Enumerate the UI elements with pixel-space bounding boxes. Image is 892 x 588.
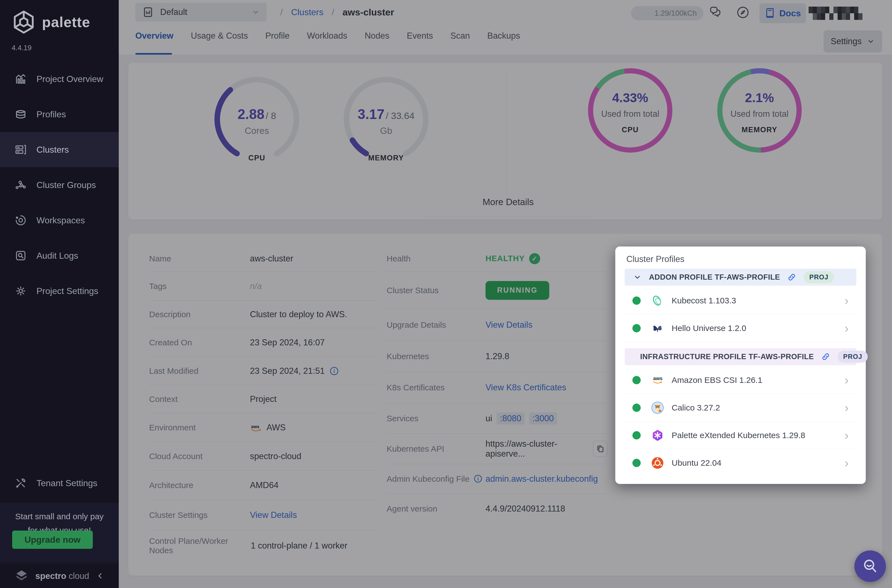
audit-log-icon	[14, 249, 27, 262]
palette-logo-icon	[11, 9, 36, 35]
chevron-right-icon: ›	[844, 294, 848, 307]
collapse-sidebar-icon[interactable]: ‹	[98, 567, 102, 582]
network-icon	[14, 178, 27, 191]
profile-item-palette-extended-kubernetes[interactable]: Palette eXtended Kubernetes 1.29.8 ›	[625, 422, 856, 449]
palette-logo: palette	[11, 9, 90, 35]
aws-logo-icon: aws	[651, 374, 664, 387]
status-dot	[632, 324, 641, 332]
infrastructure-profile-header[interactable]: INFRASTRUCTURE PROFILE TF-AWS-PROFILE PR…	[625, 348, 856, 365]
proj-scope-badge: PROJ	[803, 271, 834, 283]
ubuntu-icon	[651, 457, 664, 469]
sidebar-item-project-overview[interactable]: Project Overview	[0, 61, 119, 97]
app-version: 4.4.19	[12, 44, 32, 52]
sidebar-item-clusters[interactable]: Clusters	[0, 132, 119, 167]
gear-icon	[14, 285, 27, 297]
panel-title: Cluster Profiles	[626, 254, 684, 264]
chevron-right-icon: ›	[844, 457, 848, 469]
sidebar-item-cluster-groups[interactable]: Cluster Groups	[0, 167, 119, 202]
upgrade-promo: Start small and only pay for what you us…	[0, 503, 119, 562]
sidebar-item-workspaces[interactable]: Workspaces	[0, 202, 119, 238]
layers-icon	[14, 108, 27, 121]
clusters-icon	[14, 143, 27, 156]
chevron-right-icon: ›	[844, 402, 848, 414]
app-screen: palette 4.4.19 Project Overview Profiles	[0, 0, 892, 588]
svg-text:aws: aws	[653, 376, 662, 381]
sidebar: palette 4.4.19 Project Overview Profiles	[0, 0, 119, 588]
status-dot	[632, 376, 641, 384]
status-dot	[632, 404, 641, 412]
bar-chart-icon	[14, 73, 27, 85]
profile-item-amazon-ebs-csi[interactable]: aws Amazon EBS CSI 1.26.1 ›	[625, 366, 856, 394]
chevron-right-icon: ›	[844, 374, 848, 386]
app-title: palette	[42, 14, 90, 30]
search-fab-button[interactable]	[854, 550, 886, 582]
orbit-icon	[14, 214, 27, 226]
calico-icon	[651, 401, 664, 414]
sidebar-item-tenant-settings[interactable]: Tenant Settings	[0, 465, 119, 501]
proj-scope-badge: PROJ	[838, 351, 868, 363]
sidebar-nav: Project Overview Profiles Clusters	[0, 61, 119, 309]
hello-universe-icon	[651, 322, 664, 334]
profile-item-hello-universe[interactable]: Hello Universe 1.2.0 ›	[625, 314, 856, 342]
profile-item-calico[interactable]: Calico 3.27.2 ›	[625, 394, 856, 422]
status-dot	[632, 297, 641, 305]
kubecost-icon	[651, 294, 664, 307]
sidebar-item-profiles[interactable]: Profiles	[0, 97, 119, 132]
chevron-down-icon	[633, 273, 642, 282]
chevron-right-icon: ›	[844, 429, 848, 441]
status-dot	[632, 431, 641, 440]
addon-profile-header[interactable]: ADDON PROFILE TF-AWS-PROFILE PROJ	[625, 268, 856, 286]
link-icon	[787, 273, 796, 282]
sidebar-tenant: Tenant Settings	[0, 465, 119, 501]
tools-icon	[14, 477, 27, 489]
link-icon	[821, 352, 830, 362]
profile-item-kubecost[interactable]: Kubecost 1.103.3 ›	[625, 287, 856, 314]
pxk-icon	[651, 429, 664, 442]
sidebar-item-project-settings[interactable]: Project Settings	[0, 273, 119, 309]
spectro-cloud-logo-icon	[14, 568, 29, 584]
status-dot	[632, 459, 641, 467]
sidebar-item-audit-logs[interactable]: Audit Logs	[0, 238, 119, 273]
sidebar-footer: spectro cloud ‹	[0, 563, 119, 588]
profile-item-ubuntu[interactable]: Ubuntu 22.04 ›	[625, 449, 856, 477]
search-icon	[862, 558, 879, 575]
brand-name: spectro cloud	[35, 571, 89, 581]
upgrade-now-button[interactable]: Upgrade now	[12, 531, 93, 549]
chevron-right-icon: ›	[844, 322, 848, 334]
cluster-profiles-panel: Cluster Profiles ADDON PROFILE TF-AWS-PR…	[615, 246, 866, 484]
